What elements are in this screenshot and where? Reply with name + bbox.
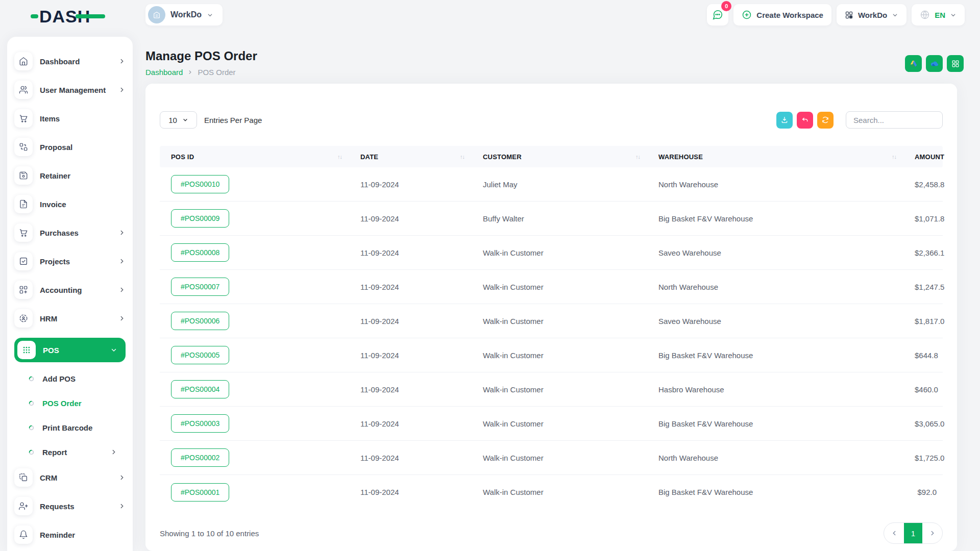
language-label: EN (935, 11, 945, 19)
sidebar-item-invoice[interactable]: Invoice (14, 195, 126, 213)
previous-page-button[interactable] (884, 523, 904, 543)
bullet-icon (29, 400, 34, 406)
search-input[interactable] (846, 111, 943, 129)
proposal-icon (14, 138, 33, 156)
amount-cell: $2,458.8 (903, 180, 950, 189)
sidebar-item-projects[interactable]: Projects (14, 252, 126, 270)
next-page-button[interactable] (922, 523, 942, 543)
breadcrumb-current: POS Order (198, 68, 235, 77)
pos-id-badge[interactable]: #POS00001 (171, 483, 229, 502)
submenu-item-add-pos[interactable]: Add POS (14, 366, 126, 391)
customer-cell: Walk-in Customer (472, 317, 647, 325)
warehouse-cell: North Warehouse (647, 454, 903, 462)
sort-icon: ↑↓ (892, 154, 896, 160)
sidebar: Dashboard User Management Items Proposal… (7, 37, 133, 551)
customer-cell: Juliet May (472, 180, 647, 189)
pos-id-badge[interactable]: #POS00002 (171, 448, 229, 467)
date-cell: 11-09-2024 (349, 419, 472, 428)
warehouse-cell: Big Basket F&V Warehouse (647, 488, 903, 496)
main-content: Manage POS Order Dashboard POS Order (145, 37, 957, 551)
sidebar-item-accounting[interactable]: Accounting (14, 281, 126, 299)
sidebar-item-items[interactable]: Items (14, 109, 126, 128)
sidebar-item-user-management[interactable]: User Management (14, 81, 126, 99)
language-button[interactable]: EN (912, 4, 965, 26)
table-row: #POS00003 11-09-2024 Walk-in Customer Bi… (160, 407, 943, 441)
quick-actions (905, 55, 964, 72)
amount-cell: $460.0 (903, 385, 944, 394)
sidebar-item-crm[interactable]: CRM (14, 468, 126, 487)
users-icon (14, 81, 33, 99)
customer-cell: Walk-in Customer (472, 385, 647, 394)
toolbar-actions (776, 111, 943, 129)
pos-id-badge[interactable]: #POS00010 (171, 175, 229, 193)
pos-id-badge[interactable]: #POS00004 (171, 380, 229, 398)
onedrive-button[interactable] (926, 55, 943, 72)
chat-bubble-icon (712, 9, 723, 20)
submenu-item-label: Add POS (42, 374, 76, 383)
pos-id-badge[interactable]: #POS00006 (171, 312, 229, 330)
column-header-date[interactable]: DATE↑↓ (349, 153, 472, 161)
pos-id-badge[interactable]: #POS00003 (171, 414, 229, 433)
sidebar-item-requests[interactable]: Requests (14, 497, 126, 515)
chevron-right-icon (118, 258, 126, 265)
submenu-item-pos-order[interactable]: POS Order (14, 391, 126, 415)
warehouse-cell: North Warehouse (647, 180, 903, 189)
submenu-item-report[interactable]: Report (14, 440, 126, 464)
create-workspace-button[interactable]: Create Workspace (733, 4, 831, 26)
sidebar-item-hrm[interactable]: HRM (14, 309, 126, 328)
warehouse-cell: North Warehouse (647, 283, 903, 291)
column-header-pos-id[interactable]: POS ID↑↓ (160, 153, 349, 161)
warehouse-cell: Hasbro Warehouse (647, 385, 903, 394)
reset-button[interactable] (797, 112, 813, 129)
grid-view-button[interactable] (947, 55, 964, 72)
column-header-warehouse[interactable]: WAREHOUSE↑↓ (647, 153, 903, 161)
sidebar-item-retainer[interactable]: Retainer (14, 166, 126, 185)
google-drive-button[interactable] (905, 55, 922, 72)
sidebar-item-reminder[interactable]: Reminder (14, 525, 126, 544)
google-drive-icon (909, 59, 918, 68)
workspace-switcher[interactable]: WorkDo (145, 4, 223, 26)
pos-id-badge[interactable]: #POS00005 (171, 346, 229, 364)
save-icon (14, 166, 33, 185)
refresh-button[interactable] (817, 112, 834, 129)
onedrive-cloud-icon (929, 59, 940, 69)
sidebar-item-label: Projects (40, 257, 70, 266)
chevron-left-icon (891, 530, 898, 537)
pos-order-card: 10 Entries Per Page POS ID↑↓ DATE↑↓ CU (145, 84, 957, 551)
logo-dash-icon (31, 14, 38, 18)
column-header-customer[interactable]: CUSTOMER↑↓ (472, 153, 647, 161)
pos-id-badge[interactable]: #POS00008 (171, 243, 229, 262)
sidebar-item-dashboard[interactable]: Dashboard (14, 52, 126, 70)
workspace-menu-label: WorkDo (858, 11, 887, 19)
table-footer: Showing 1 to 10 of 10 entries 1 (160, 522, 943, 544)
amount-cell: $644.8 (903, 351, 944, 360)
chevron-down-icon (182, 117, 188, 123)
pos-id-badge[interactable]: #POS00009 (171, 209, 229, 228)
table-row: #POS00004 11-09-2024 Walk-in Customer Ha… (160, 372, 943, 407)
sidebar-item-proposal[interactable]: Proposal (14, 138, 126, 156)
date-cell: 11-09-2024 (349, 351, 472, 360)
customer-cell: Walk-in Customer (472, 454, 647, 462)
sidebar-item-label: HRM (40, 314, 57, 323)
breadcrumb-dashboard-link[interactable]: Dashboard (145, 68, 183, 77)
table-row: #POS00010 11-09-2024 Juliet May North Wa… (160, 167, 943, 202)
person-target-icon (14, 309, 33, 328)
sidebar-item-pos[interactable]: POS (14, 338, 126, 362)
chevron-right-icon (118, 58, 126, 65)
brand-logo[interactable]: DASH (31, 7, 90, 26)
entries-per-page-select[interactable]: 10 (160, 111, 197, 129)
amount-cell: $3,065.0 (903, 419, 950, 428)
workspace-menu-button[interactable]: WorkDo (837, 4, 906, 26)
column-header-amount[interactable]: AMOUNT (903, 153, 950, 161)
export-button[interactable] (776, 112, 793, 129)
workspace-grid-icon (845, 11, 853, 19)
column-label: AMOUNT (915, 153, 944, 161)
sidebar-item-purchases[interactable]: Purchases (14, 223, 126, 242)
messages-button[interactable]: 0 (707, 4, 728, 26)
customer-cell: Walk-in Customer (472, 351, 647, 360)
table-body: #POS00010 11-09-2024 Juliet May North Wa… (160, 167, 943, 509)
page-number-button[interactable]: 1 (904, 523, 922, 543)
submenu-item-print-barcode[interactable]: Print Barcode (14, 415, 126, 440)
pos-id-badge[interactable]: #POS00007 (171, 278, 229, 296)
sidebar-item-label: Dashboard (40, 57, 80, 66)
